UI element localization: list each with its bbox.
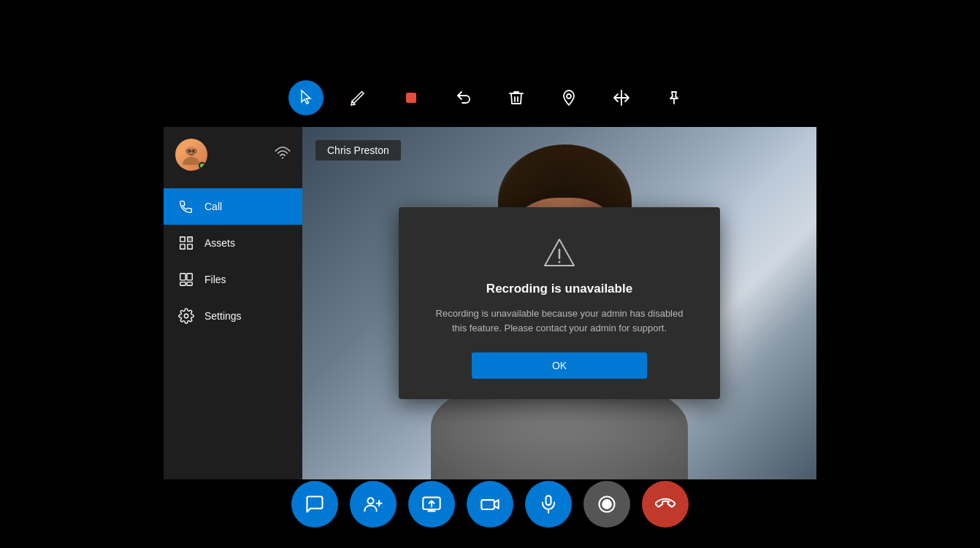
svg-point-5	[193, 150, 195, 153]
select-tool-button[interactable]	[288, 80, 324, 115]
app-container: Call Assets Files	[0, 0, 980, 548]
svg-rect-10	[189, 239, 191, 241]
sidebar-item-settings[interactable]: Settings	[164, 298, 302, 334]
add-person-button[interactable]	[350, 481, 397, 528]
record-button[interactable]	[583, 481, 630, 528]
online-indicator	[199, 162, 206, 169]
chat-button[interactable]	[291, 481, 338, 528]
sidebar-header	[164, 127, 302, 182]
video-area: Chris Preston Recroding is unavailable R…	[302, 127, 816, 479]
screen-share-button[interactable]	[408, 481, 455, 528]
svg-point-17	[559, 261, 561, 263]
stop-record-button[interactable]	[394, 80, 429, 115]
svg-point-1	[567, 94, 571, 99]
wifi-icon	[275, 145, 291, 165]
camera-button[interactable]	[467, 481, 513, 528]
top-toolbar	[288, 80, 692, 115]
svg-point-9	[282, 157, 283, 158]
sidebar-item-assets[interactable]: Assets	[164, 225, 302, 261]
sidebar-item-call-label: Call	[204, 201, 222, 212]
modal-overlay: Recroding is unavailable Recording is un…	[302, 127, 816, 479]
pin-button[interactable]	[656, 80, 692, 115]
svg-rect-23	[546, 495, 551, 505]
sidebar-item-call[interactable]: Call	[164, 188, 302, 225]
svg-rect-0	[406, 93, 416, 103]
modal-ok-button[interactable]: OK	[472, 352, 647, 379]
svg-rect-13	[180, 282, 185, 286]
svg-point-3	[186, 147, 196, 157]
location-button[interactable]	[551, 80, 586, 115]
sidebar-item-assets-label: Assets	[204, 237, 235, 249]
undo-button[interactable]	[446, 80, 481, 115]
svg-point-15	[184, 314, 188, 318]
svg-point-25	[602, 500, 611, 509]
sidebar-item-files-label: Files	[204, 274, 226, 285]
recording-unavailable-modal: Recroding is unavailable Recording is un…	[399, 207, 720, 399]
nav-items: Call Assets Files	[164, 182, 302, 479]
sidebar-item-files[interactable]: Files	[164, 261, 302, 298]
delete-button[interactable]	[499, 80, 534, 115]
svg-point-18	[367, 498, 373, 503]
svg-rect-14	[187, 282, 192, 286]
svg-point-4	[188, 150, 191, 153]
end-call-button[interactable]	[642, 481, 689, 528]
svg-rect-11	[180, 274, 185, 280]
sidebar-item-settings-label: Settings	[204, 310, 242, 322]
mic-button[interactable]	[525, 481, 572, 528]
avatar	[175, 139, 207, 171]
sidebar: Call Assets Files	[164, 127, 302, 479]
svg-rect-12	[187, 274, 192, 280]
pen-tool-button[interactable]	[341, 80, 376, 115]
warning-icon	[540, 234, 578, 271]
main-area: Call Assets Files	[164, 127, 816, 479]
svg-rect-22	[481, 500, 494, 509]
modal-message: Recording is unavailable because your ad…	[435, 306, 684, 335]
move-button[interactable]	[604, 80, 639, 115]
bottom-controls	[291, 481, 689, 528]
modal-title: Recroding is unavailable	[486, 282, 632, 296]
